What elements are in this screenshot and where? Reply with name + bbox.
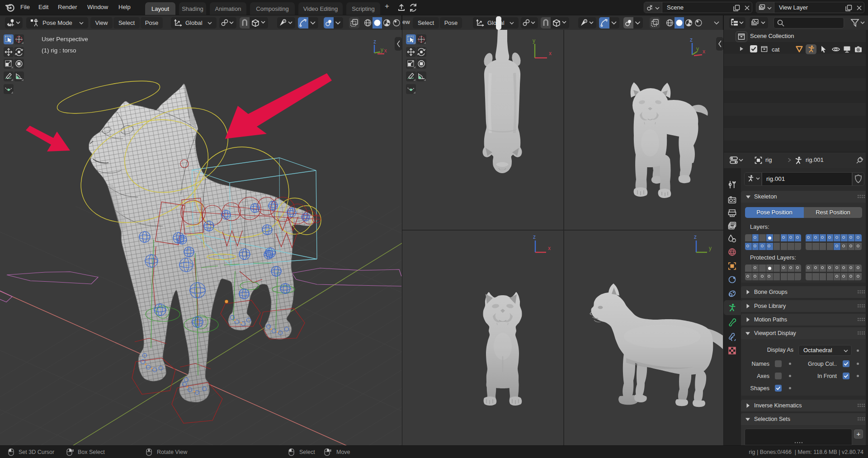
svg-text:x: x [384, 47, 387, 54]
svg-text:y: y [709, 245, 712, 251]
svg-text:z: z [690, 37, 693, 43]
svg-text:User Perspective: User Perspective [42, 36, 88, 42]
svg-text:y: y [696, 46, 699, 52]
svg-text:(1) rig : torso: (1) rig : torso [42, 47, 76, 54]
svg-text:x: x [703, 48, 705, 55]
svg-text:y: y [533, 38, 535, 44]
svg-text:y: y [381, 47, 383, 53]
svg-text:z: z [533, 234, 536, 240]
svg-text:z: z [694, 234, 697, 240]
svg-text:x: x [548, 245, 551, 251]
svg-text:z: z [373, 38, 376, 45]
svg-text:x: x [549, 50, 552, 57]
